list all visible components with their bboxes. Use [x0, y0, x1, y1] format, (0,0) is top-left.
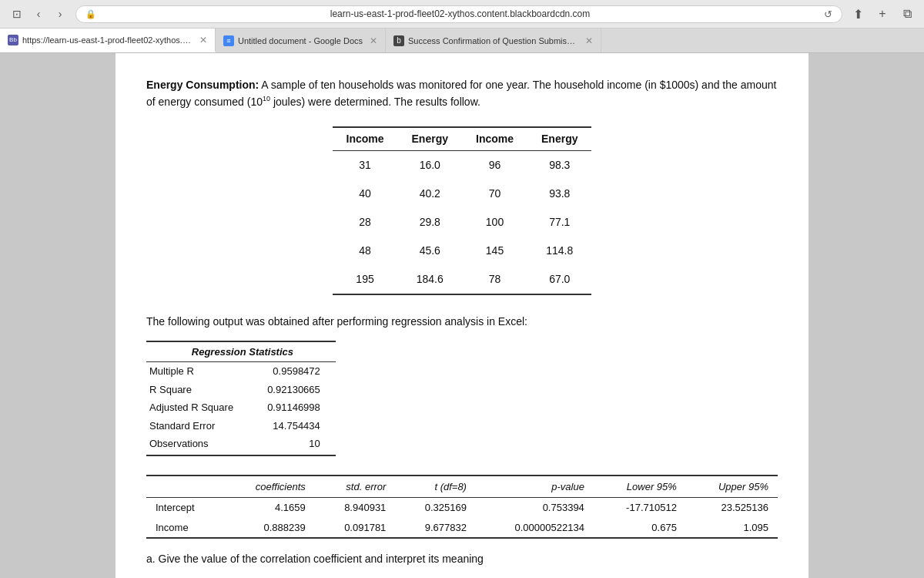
- coeff-cell: 0.753394: [476, 498, 594, 518]
- table-cell: 93.8: [527, 180, 591, 208]
- coeff-cell: -17.710512: [594, 498, 686, 518]
- table-cell: 40: [333, 180, 398, 208]
- add-tab-button[interactable]: +: [873, 5, 892, 23]
- back-icon: ‹: [37, 8, 41, 20]
- regression-stats-table: Regression Statistics Multiple R0.959847…: [146, 341, 336, 456]
- col-header-income2: Income: [462, 127, 527, 151]
- regression-intro: The following output was obtained after …: [146, 314, 778, 330]
- data-table-container: Income Energy Income Energy 3116.09698.3…: [146, 126, 778, 295]
- tab-blackboard[interactable]: Bb https://learn-us-east-1-prod-fleet02-…: [0, 29, 216, 52]
- coeff-header: Upper 95%: [686, 476, 778, 498]
- table-row: 4845.6145114.8: [333, 237, 592, 265]
- coeff-cell: 8.940931: [315, 498, 396, 518]
- reload-icon[interactable]: ↺: [824, 8, 832, 20]
- back-button[interactable]: ‹: [29, 5, 48, 23]
- address-bar[interactable]: 🔒 learn-us-east-1-prod-fleet02-xythos.co…: [75, 5, 842, 23]
- table-cell: 96: [462, 150, 527, 180]
- tab-close-blackboard[interactable]: ✕: [199, 35, 207, 45]
- tab-favicon-blackboard: Bb: [8, 35, 18, 45]
- table-cell: 29.8: [398, 208, 462, 237]
- table-cell: 48: [333, 237, 398, 265]
- tab-favicon-google-docs: ≡: [223, 35, 234, 46]
- table-cell: 40.2: [398, 180, 462, 208]
- regression-stats-row: Standard Error14.754434: [146, 417, 336, 435]
- table-row: 3116.09698.3: [333, 150, 592, 180]
- table-cell: 78: [462, 265, 527, 294]
- table-cell: 114.8: [527, 237, 591, 265]
- coeff-header: std. error: [315, 476, 396, 498]
- tab-google-docs[interactable]: ≡ Untitled document - Google Docs ✕: [216, 29, 386, 52]
- coeff-cell: 0.675: [594, 518, 686, 539]
- tab-label-bartleby: Success Confirmation of Question Submiss…: [408, 36, 578, 45]
- coeff-cell: 0.888239: [223, 518, 315, 539]
- browser-actions: ⬆ + ⧉: [849, 5, 916, 23]
- coeff-cell: 23.525136: [686, 498, 778, 518]
- coeff-cell: 0.091781: [315, 518, 396, 539]
- col-header-energy1: Energy: [398, 127, 462, 151]
- table-cell: 45.6: [398, 237, 462, 265]
- tab-overview-button[interactable]: ⊡: [8, 5, 26, 23]
- table-cell: 31: [333, 150, 398, 180]
- title-bar: ⊡ ‹ › 🔒 learn-us-east-1-prod-fleet02-xyt…: [0, 0, 924, 29]
- table-row: 4040.27093.8: [333, 180, 592, 208]
- browser-chrome: ⊡ ‹ › 🔒 learn-us-east-1-prod-fleet02-xyt…: [0, 0, 924, 53]
- tab-close-bartleby[interactable]: ✕: [585, 35, 593, 46]
- regression-stats-cell: 0.92130665: [264, 381, 336, 399]
- regression-stats-cell: 14.754434: [264, 417, 336, 435]
- regression-stats-cell: 10: [264, 435, 336, 455]
- regression-stats-cell: 0.9598472: [264, 362, 336, 381]
- coeff-header: t (df=8): [395, 476, 476, 498]
- regression-stats-row: Observations10: [146, 435, 336, 455]
- nav-buttons: ⊡ ‹ ›: [8, 5, 69, 23]
- problem-title: Energy Consumption:: [146, 79, 259, 91]
- exponent: 10: [263, 96, 270, 103]
- data-table: Income Energy Income Energy 3116.09698.3…: [333, 126, 592, 295]
- table-cell: 100: [462, 208, 527, 237]
- tab-label-blackboard: https://learn-us-east-1-prod-fleet02-xyt…: [22, 35, 192, 45]
- problem-desc2: joules) were determined. The results fol…: [270, 96, 480, 108]
- coeff-cell: 1.095: [686, 518, 778, 539]
- table-cell: 28: [333, 208, 398, 237]
- table-cell: 77.1: [527, 208, 591, 237]
- tab-bartleby[interactable]: b Success Confirmation of Question Submi…: [386, 29, 601, 52]
- regression-stats-cell: Adjusted R Square: [146, 398, 264, 417]
- forward-button[interactable]: ›: [51, 5, 69, 23]
- table-cell: 70: [462, 180, 527, 208]
- coeff-cell: Income: [146, 518, 223, 539]
- coeff-cell: Intercept: [146, 498, 223, 518]
- windows-button[interactable]: ⧉: [898, 5, 916, 23]
- tab-close-google-docs[interactable]: ✕: [370, 35, 377, 46]
- lock-icon: 🔒: [85, 9, 96, 19]
- regression-stats-cell: Multiple R: [146, 362, 264, 381]
- table-cell: 145: [462, 237, 527, 265]
- regression-stats-title: Regression Statistics: [146, 341, 336, 362]
- address-text: learn-us-east-1-prod-fleet02-xythos.cont…: [101, 8, 819, 19]
- regression-stats-row: Multiple R0.9598472: [146, 362, 336, 381]
- main-area: Energy Consumption: A sample of ten hous…: [0, 53, 924, 578]
- coeff-row: Income0.8882390.0917819.6778320.00000522…: [146, 518, 778, 539]
- table-row: 2829.810077.1: [333, 208, 592, 237]
- coeff-header: [146, 476, 223, 498]
- problem-text: Energy Consumption: A sample of ten hous…: [146, 76, 778, 111]
- sidebar-right: [808, 53, 924, 578]
- sidebar-left: [0, 53, 116, 578]
- regression-stats-row: R Square0.92130665: [146, 381, 336, 399]
- share-button[interactable]: ⬆: [849, 5, 867, 23]
- regression-stats-cell: 0.91146998: [264, 398, 336, 417]
- col-header-income1: Income: [333, 127, 398, 151]
- coeff-cell: 0.325169: [395, 498, 476, 518]
- regression-stats-cell: Standard Error: [146, 417, 264, 435]
- question-line: a. Give the value of the correlation coe…: [146, 551, 778, 567]
- page-content: Energy Consumption: A sample of ten hous…: [116, 53, 808, 578]
- regression-stats-cell: Observations: [146, 435, 264, 455]
- coeff-row: Intercept4.16598.9409310.3251690.753394-…: [146, 498, 778, 518]
- table-cell: 195: [333, 265, 398, 294]
- coeff-header: coefficients: [223, 476, 315, 498]
- tab-favicon-bartleby: b: [393, 35, 404, 46]
- tab-label-google-docs: Untitled document - Google Docs: [238, 36, 363, 45]
- coeff-header: Lower 95%: [594, 476, 686, 498]
- table-cell: 184.6: [398, 265, 462, 294]
- coeff-cell: 9.677832: [395, 518, 476, 539]
- coeff-header: p-value: [476, 476, 594, 498]
- table-cell: 67.0: [527, 265, 591, 294]
